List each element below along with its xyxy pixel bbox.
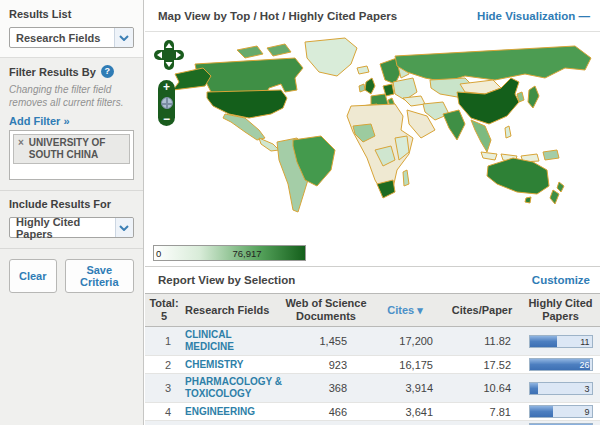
map-region-uk[interactable] [365, 78, 375, 94]
total-count: 5 [145, 310, 183, 323]
map-region-ireland[interactable] [359, 84, 365, 92]
research-fields-header: Research Fields [183, 304, 283, 317]
map-color-legend: 0 76,917 [153, 245, 306, 261]
table-row: 1 CLINICAL MEDICINE 1,455 17,200 11.82 1… [145, 327, 600, 356]
map-region-indonesia[interactable] [481, 152, 497, 160]
map-visualization: + − 0 76,917 [145, 32, 600, 266]
sidebar: Results List Research Fields Filter Resu… [0, 0, 144, 425]
map-region-png[interactable] [543, 150, 559, 160]
map-region-greenland[interactable] [305, 38, 357, 76]
report-title: Report View by Selection [158, 274, 295, 286]
results-list-section: Results List Research Fields [0, 0, 143, 58]
field-link[interactable]: CHEMISTRY [183, 359, 283, 371]
table-header-row: Total: 5 Research Fields Web of Science … [145, 294, 600, 327]
row-rank: 1 [145, 335, 183, 347]
zoom-out-icon[interactable]: − [163, 113, 170, 125]
row-rank: 4 [145, 406, 183, 418]
cites-per-paper-value: 11.82 [441, 335, 523, 347]
main-panel: Map View by Top / Hot / Highly Cited Pap… [145, 0, 600, 425]
highly-cited-cell: 11 [523, 335, 598, 348]
row-rank: 3 [145, 382, 183, 394]
remove-filter-icon[interactable]: × [18, 137, 24, 161]
legend-min: 0 [156, 248, 161, 259]
bar-fill [530, 406, 554, 417]
filter-chip-label: UNIVERSITY OF SOUTH CHINA [29, 137, 125, 161]
filter-section: Filter Results By ? Changing the filter … [0, 58, 143, 186]
map-region-arctic[interactable] [237, 46, 263, 58]
map-region-iceland[interactable] [357, 66, 369, 74]
highly-cited-cell: 9 [523, 405, 598, 418]
highly-cited-header: Highly Cited Papers [523, 297, 598, 323]
map-pan-control[interactable] [154, 40, 184, 70]
field-link[interactable]: CLINICAL MEDICINE [183, 329, 283, 353]
bar-fill [530, 383, 538, 394]
cites-value: 17,200 [369, 335, 441, 347]
help-icon[interactable]: ? [101, 65, 114, 78]
cites-per-paper-value: 7.81 [441, 406, 523, 418]
map-header: Map View by Top / Hot / Highly Cited Pap… [145, 0, 600, 32]
bar-value: 3 [584, 383, 589, 396]
filter-chip[interactable]: × UNIVERSITY OF SOUTH CHINA [13, 134, 130, 164]
results-list-value: Research Fields [16, 32, 100, 44]
cites-label: Cites [387, 304, 414, 316]
highly-cited-cell: 26 [523, 358, 598, 371]
customize-link[interactable]: Customize [532, 274, 590, 286]
map-region-australia[interactable] [487, 158, 549, 194]
results-list-select[interactable]: Research Fields [9, 27, 134, 48]
world-choropleth-map[interactable] [145, 34, 600, 242]
map-region-turkey[interactable] [403, 96, 425, 106]
total-label: Total: [145, 297, 183, 310]
map-region-new-zealand[interactable] [557, 182, 564, 192]
table-row: 4 ENGINEERING 466 3,641 7.81 9 [145, 403, 600, 421]
map-region-canada[interactable] [195, 58, 303, 96]
map-region-usa[interactable] [207, 90, 287, 118]
add-filter-link[interactable]: Add Filter » [9, 115, 134, 127]
cites-per-paper-header: Cites/Paper [441, 304, 523, 317]
map-region-madagascar[interactable] [403, 170, 409, 186]
cites-value: 3,914 [369, 382, 441, 394]
highly-cited-bar: 26 [529, 358, 593, 371]
map-region-se-asia[interactable] [471, 120, 491, 152]
map-region-mexico[interactable] [223, 114, 265, 140]
report-header: Report View by Selection Customize [145, 266, 600, 293]
include-results-label: Include Results For [9, 198, 134, 210]
sidebar-buttons: Clear Save Criteria [0, 249, 143, 303]
documents-value: 368 [283, 382, 369, 394]
map-region-philippines[interactable] [505, 126, 511, 138]
map-region-russia[interactable] [395, 46, 591, 82]
highly-cited-bar: 3 [529, 382, 593, 395]
hide-visualization-link[interactable]: Hide Visualization — [477, 10, 590, 22]
clear-button[interactable]: Clear [9, 259, 57, 293]
highly-cited-cell: 3 [523, 382, 598, 395]
bar-value: 11 [580, 336, 589, 349]
map-region-new-zealand[interactable] [550, 190, 559, 204]
map-region-central-america[interactable] [259, 138, 279, 151]
globe-icon[interactable] [161, 97, 173, 109]
map-region-india[interactable] [443, 110, 465, 140]
zoom-in-icon[interactable]: + [163, 81, 170, 93]
include-results-value: Highly Cited Papers [16, 216, 115, 240]
filter-by-label: Filter Results By [9, 66, 96, 78]
cites-header-sortable[interactable]: Cites ▾ [369, 304, 441, 317]
field-link[interactable]: PHARMACOLOGY & TOXICOLOGY [183, 376, 283, 400]
map-zoom-control[interactable]: + − [158, 80, 175, 126]
bar-value: 9 [584, 406, 589, 419]
chevron-down-icon [115, 218, 133, 237]
documents-value: 923 [283, 359, 369, 371]
map-region-arctic[interactable] [267, 44, 291, 56]
row-rank: 2 [145, 359, 183, 371]
cites-per-paper-value: 10.64 [441, 382, 523, 394]
highly-cited-bar: 9 [529, 405, 593, 418]
save-criteria-button[interactable]: Save Criteria [65, 259, 134, 293]
map-title: Map View by Top / Hot / Highly Cited Pap… [158, 10, 397, 22]
map-region-alaska[interactable] [173, 68, 211, 90]
report-table: Total: 5 Research Fields Web of Science … [145, 293, 600, 425]
include-results-select[interactable]: Highly Cited Papers [9, 217, 134, 238]
field-link[interactable]: ENGINEERING [183, 406, 283, 418]
bar-fill [530, 336, 557, 347]
documents-value: 466 [283, 406, 369, 418]
documents-header: Web of Science Documents [283, 297, 369, 323]
map-region-japan[interactable] [528, 86, 539, 108]
map-region-tasmania[interactable] [525, 197, 531, 203]
table-row: 2 CHEMISTRY 923 16,175 17.52 26 [145, 356, 600, 374]
